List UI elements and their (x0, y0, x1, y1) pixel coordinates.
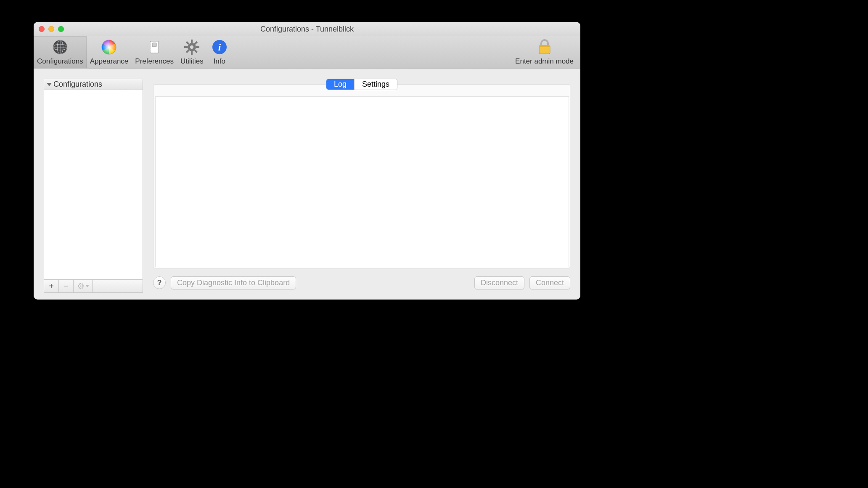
minimize-button[interactable] (48, 26, 54, 32)
globe-network-icon (51, 38, 69, 56)
svg-rect-23 (539, 45, 550, 47)
gear-dropdown-icon: ⚙︎ (77, 281, 89, 291)
svg-text:i: i (218, 42, 221, 53)
titlebar: Configurations - Tunnelblick (34, 22, 580, 36)
tab-label: Settings (362, 80, 389, 89)
toolbar-configurations[interactable]: Configurations (34, 36, 87, 68)
footer: ? Copy Diagnostic Info to Clipboard Disc… (153, 268, 570, 293)
toolbar-right: Enter admin mode (512, 36, 580, 68)
sidebar-header[interactable]: Configurations (44, 79, 143, 90)
help-button[interactable]: ? (153, 276, 166, 289)
sidebar-header-label: Configurations (53, 80, 102, 89)
tab-settings[interactable]: Settings (354, 79, 397, 90)
toolbar-utilities[interactable]: Utilities (177, 36, 207, 68)
close-button[interactable] (39, 26, 45, 32)
log-frame (153, 84, 570, 268)
config-action-menu[interactable]: ⚙︎ (74, 280, 93, 292)
remove-config-button[interactable]: − (59, 280, 74, 292)
switch-icon (145, 38, 164, 56)
question-icon: ? (157, 278, 162, 287)
main-pane: Log Settings ? Copy Diagnostic Info to C… (153, 79, 570, 293)
svg-rect-12 (191, 51, 193, 55)
toolbar-appearance[interactable]: Appearance (87, 36, 132, 68)
disclosure-triangle-icon (47, 83, 52, 86)
toolbar-label: Configurations (37, 57, 83, 66)
toolbar-label: Enter admin mode (515, 57, 574, 66)
toolbar-left: Configurations (34, 36, 232, 68)
toolbar: Configurations (34, 36, 580, 69)
window-title: Configurations - Tunnelblick (34, 25, 580, 34)
toolbar-label: Info (214, 57, 225, 66)
app-window: Configurations - Tunnelblick (34, 22, 580, 300)
add-config-button[interactable]: + (44, 280, 59, 292)
configurations-list[interactable]: Configurations (44, 79, 143, 280)
color-wheel-icon (100, 38, 118, 56)
tab-control-wrap: Log Settings (153, 79, 570, 90)
button-label: Copy Diagnostic Info to Clipboard (177, 278, 290, 287)
plus-icon: + (49, 281, 54, 291)
toolbar-label: Utilities (180, 57, 204, 66)
tab-control: Log Settings (326, 79, 397, 90)
toolbar-label: Appearance (90, 57, 129, 66)
info-icon: i (210, 38, 229, 56)
toolbar-preferences[interactable]: Preferences (132, 36, 177, 68)
zoom-button[interactable] (58, 26, 64, 32)
toolbar-info[interactable]: i Info (207, 36, 232, 68)
sidebar: Configurations + − ⚙︎ (44, 79, 143, 293)
traffic-lights (39, 26, 64, 32)
tab-log[interactable]: Log (326, 79, 354, 90)
svg-rect-14 (196, 46, 199, 48)
sidebar-tools: + − ⚙︎ (44, 280, 143, 293)
svg-point-19 (190, 45, 193, 49)
connect-button[interactable]: Connect (529, 276, 570, 289)
gear-icon (183, 38, 201, 56)
disconnect-button[interactable]: Disconnect (474, 276, 524, 289)
toolbar-label: Preferences (135, 57, 174, 66)
log-textarea[interactable] (155, 96, 569, 267)
svg-rect-13 (184, 46, 188, 48)
window-body: Configurations + − ⚙︎ (34, 69, 580, 300)
button-label: Disconnect (481, 278, 518, 287)
sidebar-tools-spacer (93, 280, 143, 292)
svg-rect-11 (191, 40, 193, 43)
button-label: Connect (536, 278, 564, 287)
minus-icon: − (64, 281, 69, 291)
copy-diagnostic-button[interactable]: Copy Diagnostic Info to Clipboard (171, 276, 296, 289)
toolbar-admin-mode[interactable]: Enter admin mode (512, 36, 577, 68)
svg-rect-9 (152, 43, 156, 47)
lock-icon (535, 38, 554, 56)
tab-label: Log (334, 80, 347, 89)
